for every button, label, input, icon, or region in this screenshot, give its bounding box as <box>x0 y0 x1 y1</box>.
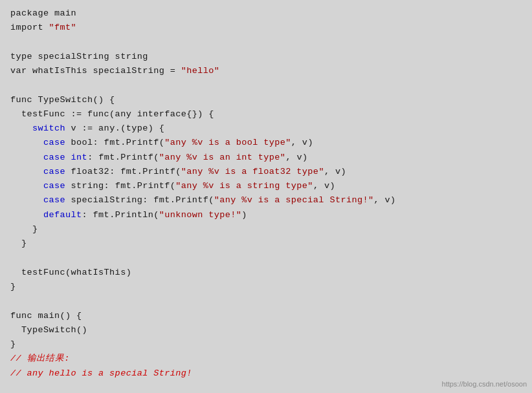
watermark: https://blog.csdn.net/osoon <box>442 380 527 388</box>
code-container: package main import "fmt" type specialSt… <box>0 0 532 393</box>
code-block: package main import "fmt" type specialSt… <box>10 6 522 381</box>
